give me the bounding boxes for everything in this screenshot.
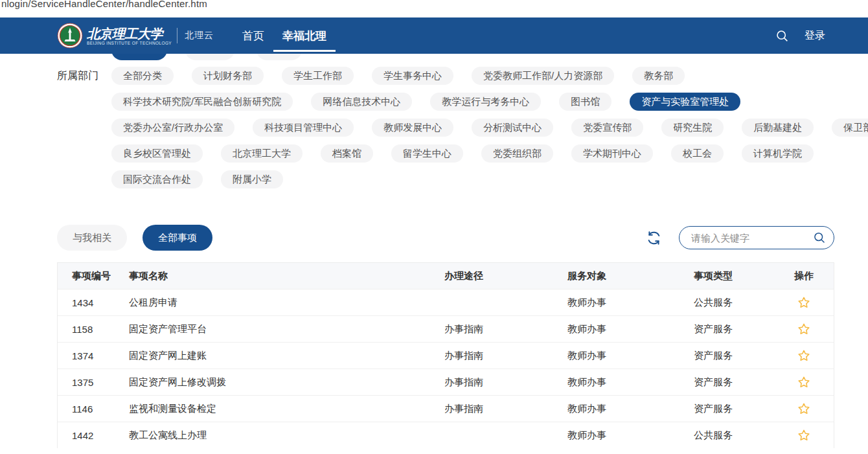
header-right: 登录: [775, 17, 825, 54]
department-tag[interactable]: 留学生中心: [391, 144, 463, 163]
filter-tag-row: 科学技术研究院/军民融合创新研究院网络信息技术中心教学运行与考务中心图书馆资产与…: [111, 93, 868, 111]
department-tag[interactable]: 分析测试中心: [472, 119, 553, 137]
cell-channel[interactable]: 办事指南: [444, 350, 567, 362]
clipped-pill[interactable]: [185, 54, 234, 60]
cell-actions: [774, 323, 834, 335]
department-filters: 所属部门 全部分类计划财务部学生工作部学生事务中心党委教师工作部/人力资源部教务…: [57, 67, 868, 196]
department-tag[interactable]: 学生事务中心: [372, 67, 453, 85]
department-tag[interactable]: 校工会: [671, 144, 724, 163]
table-header-row: 事项编号事项名称办理途径服务对象事项类型操作: [58, 263, 834, 289]
browser-url-bar: nlogin/ServiceHandleCenter/handleCenter.…: [0, 0, 868, 17]
keyword-search-box: [679, 226, 834, 249]
department-tag[interactable]: 科技项目管理中心: [253, 119, 354, 137]
service-items-table: 事项编号事项名称办理途径服务对象事项类型操作 1434公租房申请教师办事公共服务…: [57, 262, 834, 448]
search-icon[interactable]: [775, 29, 789, 43]
cell-actions: [774, 429, 834, 442]
clipped-pill[interactable]: [257, 54, 302, 60]
site-logo[interactable]: 北京理工大学 BEIJING INSTITUTE OF TECHNOLOGY 北…: [57, 23, 214, 49]
cell-audience: 教师办事: [567, 376, 694, 389]
table-row[interactable]: 1442教工公寓线上办理教师办事公共服务: [58, 422, 834, 448]
department-tag[interactable]: 北京理工大学: [221, 144, 303, 163]
department-tag[interactable]: 计划财务部: [192, 67, 264, 85]
logo-text: 北京理工大学 BEIJING INSTITUTE OF TECHNOLOGY: [87, 27, 172, 45]
list-toolbar: 与我相关全部事项: [57, 225, 834, 251]
column-header: 事项名称: [129, 270, 444, 282]
department-tag[interactable]: 党委宣传部: [571, 119, 643, 137]
cell-channel[interactable]: 办事指南: [444, 323, 567, 335]
refresh-icon[interactable]: [646, 230, 662, 246]
table-body: 1434公租房申请教师办事公共服务1158固定资产管理平台办事指南教师办事资产服…: [58, 289, 834, 448]
department-tag[interactable]: 计算机学院: [742, 144, 814, 163]
department-tag[interactable]: 保卫部: [832, 119, 868, 137]
department-tag[interactable]: 研究生院: [661, 119, 724, 137]
department-tag[interactable]: 网络信息技术中心: [311, 93, 412, 111]
nav-item-幸福北理[interactable]: 幸福北理: [273, 17, 336, 54]
cell-item-name[interactable]: 教工公寓线上办理: [129, 429, 444, 442]
department-tag[interactable]: 科学技术研究院/军民融合创新研究院: [111, 93, 293, 111]
university-seal-icon: [57, 23, 83, 49]
nav-item-首页[interactable]: 首页: [233, 17, 273, 54]
cell-audience: 教师办事: [567, 429, 694, 442]
filter-tag-row: 良乡校区管理处北京理工大学档案馆留学生中心党委组织部学术期刊中心校工会计算机学院: [111, 144, 868, 163]
cell-type: 公共服务: [694, 297, 774, 309]
favorite-star-icon[interactable]: [797, 349, 810, 362]
favorite-star-icon[interactable]: [797, 323, 810, 335]
department-tag[interactable]: 教务部: [632, 67, 685, 85]
tab-与我相关[interactable]: 与我相关: [57, 225, 127, 251]
cell-item-name[interactable]: 固定资产管理平台: [129, 323, 444, 335]
login-button[interactable]: 登录: [805, 29, 825, 43]
column-header: 操作: [774, 270, 834, 282]
department-tag[interactable]: 党委教师工作部/人力资源部: [472, 67, 614, 85]
department-tag[interactable]: 党委组织部: [481, 144, 553, 163]
column-header: 服务对象: [567, 270, 694, 282]
department-tag[interactable]: 教学运行与考务中心: [430, 93, 541, 111]
cell-channel[interactable]: 办事指南: [444, 403, 567, 415]
cell-item-id: 1442: [58, 430, 129, 441]
table-row[interactable]: 1434公租房申请教师办事公共服务: [58, 289, 834, 315]
department-tag[interactable]: 资产与实验室管理处: [630, 93, 740, 111]
cell-item-name[interactable]: 公租房申请: [129, 297, 444, 309]
tab-全部事项[interactable]: 全部事项: [143, 225, 212, 251]
cell-audience: 教师办事: [567, 297, 694, 309]
department-tag[interactable]: 图书馆: [559, 93, 611, 111]
cell-item-name[interactable]: 监视和测量设备检定: [129, 403, 444, 415]
filter-tag-row: 党委办公室/行政办公室科技项目管理中心教师发展中心分析测试中心党委宣传部研究生院…: [111, 119, 868, 137]
table-row[interactable]: 1375固定资产网上修改调拨办事指南教师办事资产服务: [58, 369, 834, 395]
table-row[interactable]: 1146监视和测量设备检定办事指南教师办事资产服务: [58, 395, 834, 422]
clipped-pills-row: [111, 54, 868, 62]
department-tag[interactable]: 档案馆: [321, 144, 373, 163]
column-header: 办理途径: [444, 270, 567, 282]
department-tag[interactable]: 党委办公室/行政办公室: [111, 119, 234, 137]
cell-item-name[interactable]: 固定资产网上修改调拨: [129, 376, 444, 389]
department-tag[interactable]: 学术期刊中心: [571, 144, 653, 163]
department-tag[interactable]: 国际交流合作处: [111, 170, 203, 188]
cell-audience: 教师办事: [567, 350, 694, 362]
search-input[interactable]: [679, 226, 834, 249]
department-tag[interactable]: 后勤基建处: [742, 119, 814, 137]
search-icon[interactable]: [813, 231, 826, 244]
toolbar-right: [646, 226, 834, 249]
cell-channel[interactable]: 办事指南: [444, 376, 567, 389]
filter-tag-row: 全部分类计划财务部学生工作部学生事务中心党委教师工作部/人力资源部教务部: [111, 67, 868, 85]
favorite-star-icon[interactable]: [797, 296, 810, 309]
department-tag[interactable]: 教师发展中心: [372, 119, 453, 137]
department-tag[interactable]: 全部分类: [111, 67, 174, 85]
cell-actions: [774, 376, 834, 389]
table-row[interactable]: 1374固定资产网上建账办事指南教师办事资产服务: [58, 342, 834, 369]
department-tag[interactable]: 良乡校区管理处: [111, 144, 203, 163]
clipped-pill[interactable]: [111, 54, 167, 60]
column-header: 事项类型: [694, 270, 774, 282]
cell-audience: 教师办事: [567, 403, 694, 415]
favorite-star-icon[interactable]: [797, 376, 810, 389]
table-row[interactable]: 1158固定资产管理平台办事指南教师办事资产服务: [58, 315, 834, 342]
cell-type: 公共服务: [694, 429, 774, 442]
main-nav: 首页幸福北理: [233, 17, 336, 54]
cell-item-name[interactable]: 固定资产网上建账: [129, 350, 444, 362]
department-tag[interactable]: 附属小学: [221, 170, 283, 188]
cell-type: 资产服务: [694, 323, 774, 335]
cell-actions: [774, 349, 834, 362]
cell-type: 资产服务: [694, 376, 774, 389]
favorite-star-icon[interactable]: [797, 402, 810, 415]
favorite-star-icon[interactable]: [797, 429, 810, 442]
department-tag[interactable]: 学生工作部: [282, 67, 354, 85]
